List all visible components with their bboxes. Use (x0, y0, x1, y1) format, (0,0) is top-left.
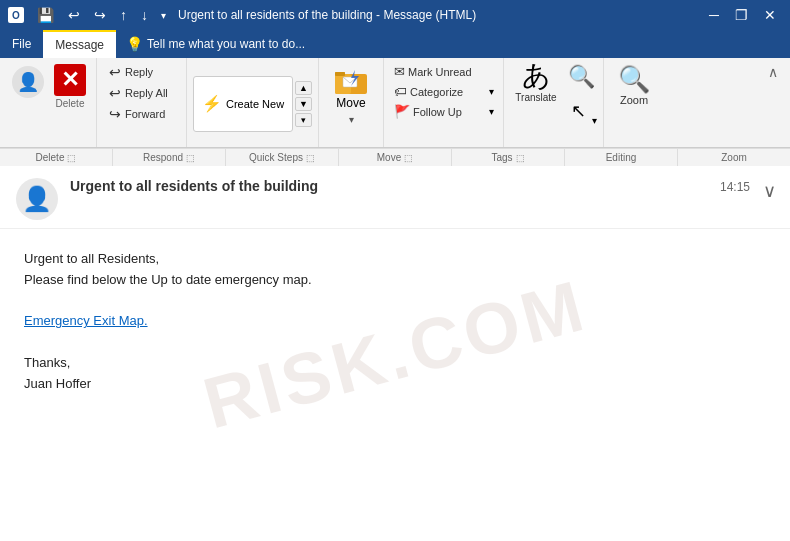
tell-me-label: Tell me what you want to do... (147, 37, 305, 51)
email-subject: Urgent to all residents of the building (70, 178, 774, 194)
email-header: 👤 Urgent to all residents of the buildin… (0, 166, 790, 229)
ribbon-group-editing: あ Translate 🔍 ↖ ▾ (504, 58, 604, 147)
save-icon: 💾 (37, 7, 54, 23)
forward-label: Forward (125, 108, 165, 120)
create-new-label: Create New (226, 98, 284, 110)
window-controls: ─ ❐ ✕ (703, 6, 782, 24)
mark-unread-icon: ✉ (394, 64, 405, 79)
editing-content: あ Translate 🔍 ↖ ▾ (510, 62, 597, 145)
redo-button[interactable]: ↪ (89, 5, 111, 25)
follow-up-dropdown-icon[interactable]: ▾ (486, 105, 497, 118)
window-title: Urgent to all residents of the building … (178, 8, 476, 22)
lightbulb-icon: 💡 (126, 36, 143, 52)
zoom-button[interactable]: 🔍 Zoom (612, 62, 656, 110)
reply-all-button[interactable]: ↩ Reply All (103, 83, 180, 103)
search-button[interactable]: 🔍 (566, 62, 597, 92)
email-subject-area: Urgent to all residents of the building (70, 178, 774, 194)
ribbon-group-tags: ✉ Mark Unread 🏷 Categorize ▾ 🚩 Follow Up… (384, 58, 504, 147)
create-new-icon: ⚡ (202, 94, 222, 113)
categorize-icon: 🏷 (394, 84, 407, 99)
undo-icon: ↩ (68, 7, 80, 23)
ribbon-label-zoom: Zoom (678, 149, 790, 166)
mark-unread-button[interactable]: ✉ Mark Unread (390, 62, 497, 81)
respond-expand-icon[interactable]: ⬚ (186, 153, 195, 163)
delete-label: Delete (56, 98, 85, 109)
reply-icon: ↩ (109, 64, 121, 80)
ribbon-group-delete: 👤 ✕ Delete (4, 58, 97, 147)
mark-unread-row: ✉ Mark Unread (390, 62, 497, 81)
ribbon-collapse-button[interactable]: ∧ (764, 62, 782, 82)
body-line2: Please find below the Up to date emergen… (24, 270, 766, 291)
create-new-button[interactable]: ⚡ Create New (193, 76, 293, 132)
customize-icon: ▾ (161, 10, 166, 21)
undo-button[interactable]: ↩ (63, 5, 85, 25)
close-button[interactable]: ✕ (758, 6, 782, 24)
email-collapse-button[interactable]: ∨ (763, 180, 776, 202)
ribbon: 👤 ✕ Delete ↩ Reply ↩ Reply All ↪ Forward (0, 58, 790, 148)
move-label: Move (336, 96, 365, 110)
follow-up-row: 🚩 Follow Up ▾ (390, 102, 497, 121)
translate-label: Translate (515, 92, 556, 103)
qs-up-button[interactable]: ▲ (295, 81, 312, 95)
ribbon-label-editing: Editing (565, 149, 678, 166)
tell-me-box[interactable]: 💡 Tell me what you want to do... (116, 30, 315, 58)
follow-up-label: Follow Up (413, 106, 462, 118)
ribbon-group-respond: ↩ Reply ↩ Reply All ↪ Forward (97, 58, 187, 147)
ribbon-label-delete: Delete ⬚ (0, 149, 113, 166)
move-button[interactable]: Move (327, 62, 375, 114)
down-icon: ↓ (141, 7, 148, 23)
qs-down-button[interactable]: ▼ (295, 97, 312, 111)
restore-button[interactable]: ❐ (729, 6, 754, 24)
down-button[interactable]: ↓ (136, 5, 153, 25)
follow-up-icon: 🚩 (394, 104, 410, 119)
ribbon-label-respond: Respond ⬚ (113, 149, 226, 166)
ribbon-group-move: Move ▾ (319, 58, 384, 147)
title-bar-nav: 💾 ↩ ↪ ↑ ↓ ▾ (32, 5, 170, 25)
email-body: Urgent to all Residents, Please find bel… (0, 229, 790, 415)
title-bar-left: O 💾 ↩ ↪ ↑ ↓ ▾ Urgent to all residents of… (8, 5, 476, 25)
app-icon: O (8, 7, 24, 23)
quick-steps-expand-icon[interactable]: ⬚ (306, 153, 315, 163)
menu-bar: File Message 💡 Tell me what you want to … (0, 30, 790, 58)
follow-up-button[interactable]: 🚩 Follow Up (390, 102, 484, 121)
reply-button[interactable]: ↩ Reply (103, 62, 180, 82)
categorize-label: Categorize (410, 86, 463, 98)
categorize-dropdown-icon[interactable]: ▾ (486, 85, 497, 98)
reply-all-icon: ↩ (109, 85, 121, 101)
respond-buttons: ↩ Reply ↩ Reply All ↪ Forward (103, 62, 180, 145)
cursor-dropdown[interactable]: ▾ (592, 115, 597, 126)
forward-button[interactable]: ↪ Forward (103, 104, 180, 124)
folder-icon (333, 66, 369, 96)
move-expand-icon[interactable]: ⬚ (404, 153, 413, 163)
title-bar: O 💾 ↩ ↪ ↑ ↓ ▾ Urgent to all residents of… (0, 0, 790, 30)
email-area: RISK.COM 👤 Urgent to all residents of th… (0, 166, 790, 541)
save-button[interactable]: 💾 (32, 5, 59, 25)
delete-group-content: 👤 ✕ Delete (12, 62, 88, 145)
tags-expand-icon[interactable]: ⬚ (516, 153, 525, 163)
cursor-icon: ↖ (567, 96, 590, 126)
delete-x-icon: ✕ (54, 64, 86, 96)
menu-file[interactable]: File (0, 30, 43, 58)
categorize-button[interactable]: 🏷 Categorize (390, 82, 484, 101)
categorize-row: 🏷 Categorize ▾ (390, 82, 497, 101)
tags-buttons: ✉ Mark Unread 🏷 Categorize ▾ 🚩 Follow Up… (390, 62, 497, 145)
quick-steps-arrows: ▲ ▼ ▾ (295, 81, 312, 127)
minimize-button[interactable]: ─ (703, 6, 725, 24)
delete-button[interactable]: ✕ Delete (52, 62, 88, 111)
body-name: Juan Hoffer (24, 374, 766, 395)
menu-message[interactable]: Message (43, 30, 116, 58)
up-button[interactable]: ↑ (115, 5, 132, 25)
ribbon-group-quick-steps: ⚡ Create New ▲ ▼ ▾ (187, 58, 319, 147)
move-more-button[interactable]: ▾ (349, 114, 354, 125)
email-time: 14:15 (720, 180, 750, 194)
translate-icon[interactable]: あ (522, 62, 551, 90)
up-icon: ↑ (120, 7, 127, 23)
customize-button[interactable]: ▾ (157, 8, 170, 23)
qs-more-button[interactable]: ▾ (295, 113, 312, 127)
zoom-icon: 🔍 (618, 66, 650, 92)
zoom-label: Zoom (620, 94, 648, 106)
emergency-exit-map-link[interactable]: Emergency Exit Map. (24, 313, 148, 328)
delete-expand-icon[interactable]: ⬚ (67, 153, 76, 163)
reply-all-label: Reply All (125, 87, 168, 99)
translate-area: あ Translate (510, 62, 562, 103)
